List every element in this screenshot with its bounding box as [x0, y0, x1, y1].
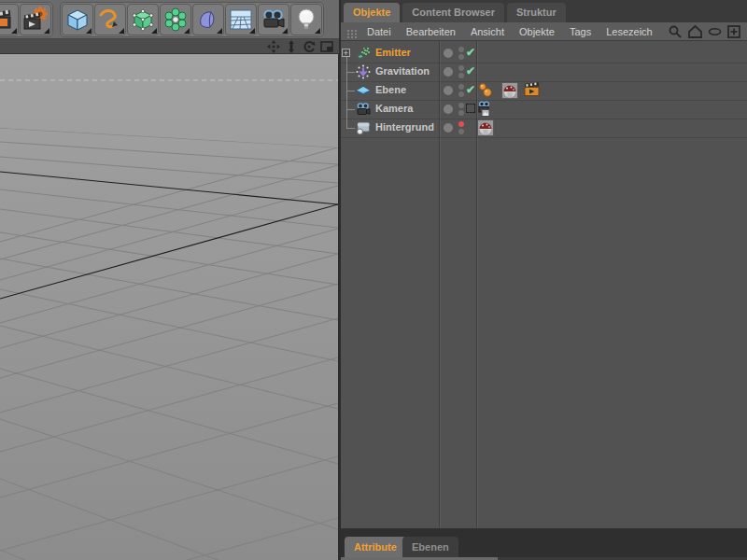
- render-button-group: [0, 2, 53, 37]
- split-rect-icon: [320, 40, 333, 53]
- tab-struktur[interactable]: Struktur: [507, 3, 566, 22]
- panel-grip-icon[interactable]: [346, 26, 359, 36]
- object-manager-panel: Objekte Content Browser Struktur Datei B…: [339, 0, 747, 560]
- texture-tag[interactable]: [477, 119, 494, 136]
- add-array-button[interactable]: [160, 4, 191, 35]
- cube-icon: [65, 7, 90, 32]
- editor-visibility-dot[interactable]: [458, 84, 464, 90]
- add-camera-button[interactable]: [258, 4, 289, 35]
- add-box-icon[interactable]: [726, 25, 741, 38]
- camera-tag[interactable]: [477, 101, 494, 118]
- plane-icon: [356, 83, 371, 98]
- render-visibility-dot[interactable]: [458, 129, 464, 134]
- dolly-view-control[interactable]: [285, 40, 298, 53]
- cinema4d-window: Objekte Content Browser Struktur Datei B…: [0, 0, 747, 560]
- object-label[interactable]: Ebene: [375, 84, 406, 95]
- menu-lesezeichen[interactable]: Lesezeich: [606, 26, 653, 37]
- object-label[interactable]: Emitter: [375, 47, 411, 58]
- object-row-ebene[interactable]: Ebene ✔: [341, 81, 747, 101]
- editor-visibility-dot-red[interactable]: [458, 121, 464, 127]
- menu-ansicht[interactable]: Ansicht: [471, 26, 504, 37]
- material-ball-tag[interactable]: [477, 82, 494, 99]
- menubar-icon-group: [668, 25, 741, 38]
- viewport-grid: [0, 54, 338, 560]
- rotate-arrow-icon: [303, 40, 316, 53]
- camera-icon: [261, 7, 286, 32]
- spline-icon: [98, 7, 122, 32]
- render-view-button[interactable]: [0, 4, 19, 35]
- object-label[interactable]: Kamera: [375, 103, 413, 114]
- tab-ebenen[interactable]: Ebenen: [402, 537, 458, 557]
- camera-object-icon: [356, 102, 371, 117]
- grid-axis-lines: [0, 172, 338, 299]
- add-floor-button[interactable]: [225, 4, 257, 35]
- gravitation-icon: [356, 64, 371, 79]
- grid-lines: [0, 128, 338, 560]
- attribute-manager-tabstrip: Attribute Ebenen: [341, 529, 747, 560]
- eye-icon[interactable]: [707, 25, 722, 38]
- make-editable-button[interactable]: [127, 4, 159, 35]
- tab-objekte[interactable]: Objekte: [344, 3, 400, 22]
- pan-view-control[interactable]: [267, 40, 280, 53]
- menu-tags[interactable]: Tags: [570, 26, 591, 37]
- menu-bearbeiten[interactable]: Bearbeiten: [406, 26, 456, 37]
- scene-camera-toggle-icon[interactable]: [466, 104, 475, 113]
- layer-dot[interactable]: [444, 105, 453, 114]
- background-icon: [356, 120, 371, 135]
- expand-toggle[interactable]: +: [342, 49, 350, 57]
- clapperboard-gear-icon: [22, 7, 49, 33]
- object-row-kamera[interactable]: Kamera: [341, 100, 747, 119]
- render-visibility-dot[interactable]: [458, 91, 464, 97]
- toggle-view-control[interactable]: [320, 40, 333, 53]
- object-manager-menubar: Datei Bearbeiten Ansicht Objekte Tags Le…: [341, 22, 747, 41]
- object-label[interactable]: Gravitation: [375, 65, 430, 77]
- rotate-view-control[interactable]: [303, 40, 316, 53]
- vertical-arrow-icon: [285, 40, 298, 53]
- object-label[interactable]: Hintergrund: [375, 121, 434, 133]
- object-row-gravitation[interactable]: Gravitation ✔: [341, 63, 747, 82]
- render-visibility-dot[interactable]: [458, 73, 464, 78]
- array-flower-icon: [163, 7, 188, 32]
- add-cube-button[interactable]: [62, 4, 93, 35]
- layer-dot[interactable]: [444, 67, 453, 77]
- enabled-check-icon[interactable]: ✔: [466, 46, 475, 59]
- enabled-check-icon[interactable]: ✔: [466, 83, 475, 96]
- emitter-icon: [356, 46, 371, 61]
- points-cube-icon: [131, 7, 155, 32]
- add-light-button[interactable]: [290, 4, 322, 35]
- menu-datei[interactable]: Datei: [367, 26, 391, 37]
- layer-dot[interactable]: [444, 123, 453, 133]
- render-settings-button[interactable]: [20, 4, 51, 35]
- editor-visibility-dot[interactable]: [458, 103, 464, 108]
- viewport-header: [0, 39, 339, 54]
- menu-objekte[interactable]: Objekte: [519, 26, 555, 37]
- left-column: [0, 0, 339, 560]
- layer-dot[interactable]: [444, 49, 453, 58]
- four-way-arrow-icon: [267, 40, 280, 53]
- layer-dot[interactable]: [444, 86, 453, 95]
- editor-visibility-dot[interactable]: [458, 47, 464, 52]
- tab-attribute[interactable]: Attribute: [345, 537, 406, 557]
- enabled-check-icon[interactable]: ✔: [466, 64, 475, 77]
- object-row-emitter[interactable]: + Emitter ✔: [341, 44, 747, 63]
- create-button-group: [60, 2, 324, 37]
- clapperboard-icon: [0, 7, 15, 32]
- object-manager-tabstrip: Objekte Content Browser Struktur: [341, 0, 747, 22]
- add-spline-button[interactable]: [94, 4, 126, 35]
- object-row-hintergrund[interactable]: Hintergrund: [341, 119, 747, 138]
- floor-grid-icon: [229, 7, 253, 32]
- light-bulb-icon: [294, 7, 318, 32]
- compositing-tag[interactable]: [524, 82, 541, 99]
- home-icon[interactable]: [687, 25, 702, 38]
- add-deformer-button[interactable]: [192, 4, 224, 35]
- editor-visibility-dot[interactable]: [458, 65, 464, 71]
- search-icon[interactable]: [668, 25, 683, 38]
- object-list: + Emitter ✔: [341, 41, 747, 529]
- main-toolbar: [0, 0, 339, 39]
- deformer-icon: [196, 7, 220, 32]
- tab-content-browser[interactable]: Content Browser: [402, 3, 504, 22]
- render-visibility-dot[interactable]: [458, 110, 464, 116]
- viewport-3d[interactable]: [0, 54, 339, 560]
- texture-tag[interactable]: [501, 82, 518, 99]
- render-visibility-dot[interactable]: [458, 54, 464, 60]
